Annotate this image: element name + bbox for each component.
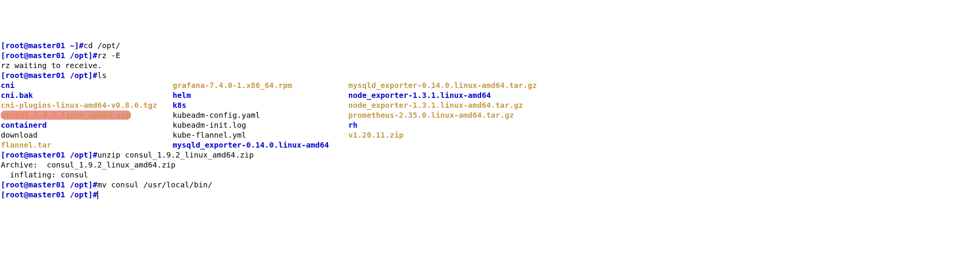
list-item: mysqld_exporter-0.14.0.linux-amd64 (173, 140, 348, 150)
list-item: node_exporter-1.3.1.linux-amd64 (348, 90, 537, 100)
terminal-output[interactable]: [root@master01 ~]#cd /opt/[root@master01… (1, 41, 979, 200)
list-item: mysqld_exporter-0.14.0.linux-amd64.tar.g… (348, 80, 537, 90)
list-item: cni.bak (1, 90, 173, 100)
list-item: consul_1.9.2_linux_amd64.zip (1, 110, 173, 120)
cmd-line-5: [root@master01 /opt]#mv consul /usr/loca… (1, 180, 979, 190)
list-item: rh (348, 120, 537, 130)
cmd-line-6: [root@master01 /opt]# (1, 190, 979, 200)
list-item: grafana-7.4.0-1.x86_64.rpm (173, 80, 348, 90)
cmd-line-4: [root@master01 /opt]#unzip consul_1.9.2_… (1, 150, 979, 160)
list-item: helm (173, 90, 348, 100)
list-item: flannel.tar (1, 140, 173, 150)
ls-col-1: cnicni.bakcni-plugins-linux-amd64-v0.8.6… (1, 80, 173, 150)
list-item: prometheus-2.35.0.linux-amd64.tar.gz (348, 110, 537, 120)
list-item: download (1, 130, 173, 140)
list-item: v1.20.11.zip (348, 130, 537, 140)
ls-col-2: grafana-7.4.0-1.x86_64.rpmhelmk8skubeadm… (173, 80, 348, 150)
cmd-line-2: [root@master01 /opt]#rz -E (1, 50, 979, 60)
ls-output: cnicni.bakcni-plugins-linux-amd64-v0.8.6… (1, 80, 979, 150)
list-item: cni (1, 80, 173, 90)
rz-waiting: rz waiting to receive. (1, 60, 979, 70)
inflating-line: inflating: consul (1, 170, 979, 180)
archive-line: Archive: consul_1.9.2_linux_amd64.zip (1, 160, 979, 170)
list-item: containerd (1, 120, 173, 130)
cmd-line-3: [root@master01 /opt]#ls (1, 70, 979, 80)
list-item: cni-plugins-linux-amd64-v0.8.6.tgz (1, 100, 173, 110)
list-item: k8s (173, 100, 348, 110)
list-item: node_exporter-1.3.1.linux-amd64.tar.gz (348, 100, 537, 110)
cursor-icon (97, 191, 98, 199)
ls-col-3: mysqld_exporter-0.14.0.linux-amd64.tar.g… (348, 80, 537, 140)
list-item: kubeadm-init.log (173, 120, 348, 130)
list-item: kubeadm-config.yaml (173, 110, 348, 120)
cmd-line-1: [root@master01 ~]#cd /opt/ (1, 41, 979, 50)
list-item: kube-flannel.yml (173, 130, 348, 140)
